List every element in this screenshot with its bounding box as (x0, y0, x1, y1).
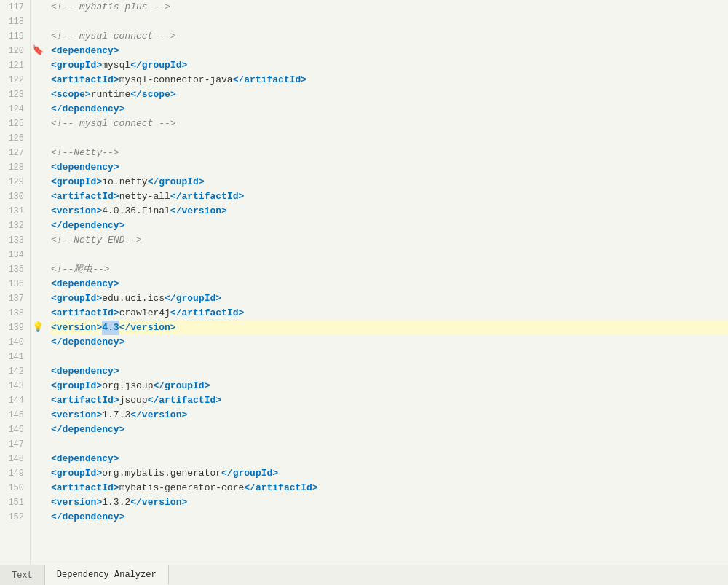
gutter-row-136 (31, 277, 45, 291)
gutter-row-117 (31, 0, 45, 15)
gutter-row-122 (31, 73, 45, 87)
gutter-row-126 (31, 131, 45, 146)
code-line-132[interactable]: </dependency> (51, 219, 728, 233)
gutter-row-131 (31, 204, 45, 219)
gutter-row-135 (31, 262, 45, 277)
code-line-140[interactable]: </dependency> (51, 335, 728, 350)
line-number-149: 149 (6, 466, 24, 481)
line-number-139: 139 (6, 321, 24, 335)
line-number-138: 138 (6, 306, 24, 321)
code-line-147[interactable] (51, 437, 728, 452)
line-number-141: 141 (6, 350, 24, 364)
line-number-135: 135 (6, 262, 24, 277)
code-line-152[interactable]: </dependency> (51, 510, 728, 525)
line-number-136: 136 (6, 277, 24, 291)
gutter-row-121 (31, 58, 45, 73)
tab-text[interactable]: Text (0, 565, 45, 585)
gutter-row-142 (31, 364, 45, 379)
code-line-139[interactable]: <version>4.3</version> (51, 321, 728, 335)
line-number-152: 152 (6, 510, 24, 525)
gutter-row-127 (31, 146, 45, 160)
gutter-row-139: 💡 (31, 321, 45, 335)
code-line-135[interactable]: <!--爬虫--> (51, 262, 728, 277)
tab-dependency-analyzer[interactable]: Dependency Analyzer (45, 565, 169, 585)
code-line-143[interactable]: <groupId>org.jsoup</groupId> (51, 379, 728, 393)
line-number-137: 137 (6, 291, 24, 306)
gutter-row-134 (31, 248, 45, 262)
code-line-150[interactable]: <artifactId>mybatis-generator-core</arti… (51, 481, 728, 495)
code-lines: <!-- mybatis plus --><!-- mysql connect … (45, 0, 728, 565)
code-line-127[interactable]: <!--Netty--> (51, 146, 728, 160)
line-numbers: 1171181191201211221231241251261271281291… (0, 0, 31, 565)
code-line-119[interactable]: <!-- mysql connect --> (51, 29, 728, 44)
code-line-130[interactable]: <artifactId>netty-all</artifactId> (51, 189, 728, 204)
line-number-133: 133 (6, 233, 24, 248)
code-line-118[interactable] (51, 15, 728, 29)
line-number-150: 150 (6, 481, 24, 495)
line-number-134: 134 (6, 248, 24, 262)
gutter-row-119 (31, 29, 45, 44)
gutter-row-152 (31, 510, 45, 525)
line-number-132: 132 (6, 219, 24, 233)
line-number-128: 128 (6, 160, 24, 175)
gutter-row-132 (31, 219, 45, 233)
line-number-118: 118 (6, 15, 24, 29)
line-number-124: 124 (6, 102, 24, 117)
gutter-row-149 (31, 466, 45, 481)
code-line-131[interactable]: <version>4.0.36.Final</version> (51, 204, 728, 219)
code-line-151[interactable]: <version>1.3.2</version> (51, 495, 728, 510)
code-line-123[interactable]: <scope>runtime</scope> (51, 87, 728, 102)
bookmark-icon[interactable]: 🔖 (32, 44, 44, 58)
line-number-123: 123 (6, 87, 24, 102)
gutter-row-130 (31, 189, 45, 204)
code-line-117[interactable]: <!-- mybatis plus --> (51, 0, 728, 15)
code-line-141[interactable] (51, 350, 728, 364)
line-number-120: 120 (6, 44, 24, 58)
code-line-134[interactable] (51, 248, 728, 262)
line-number-117: 117 (6, 0, 24, 15)
gutter-row-151 (31, 495, 45, 510)
code-line-145[interactable]: <version>1.7.3</version> (51, 408, 728, 423)
gutter-row-141 (31, 350, 45, 364)
code-line-124[interactable]: </dependency> (51, 102, 728, 117)
gutter-row-133 (31, 233, 45, 248)
line-number-146: 146 (6, 423, 24, 437)
code-line-149[interactable]: <groupId>org.mybatis.generator</groupId> (51, 466, 728, 481)
gutter-row-124 (31, 102, 45, 117)
bottom-tabs: TextDependency Analyzer (0, 565, 728, 585)
code-line-133[interactable]: <!--Netty END--> (51, 233, 728, 248)
code-line-126[interactable] (51, 131, 728, 146)
code-line-142[interactable]: <dependency> (51, 364, 728, 379)
code-line-129[interactable]: <groupId>io.netty</groupId> (51, 175, 728, 189)
gutter-row-128 (31, 160, 45, 175)
gutter-row-144 (31, 393, 45, 408)
gutter-row-123 (31, 87, 45, 102)
code-line-128[interactable]: <dependency> (51, 160, 728, 175)
line-number-145: 145 (6, 408, 24, 423)
gutter-row-145 (31, 408, 45, 423)
code-line-144[interactable]: <artifactId>jsoup</artifactId> (51, 393, 728, 408)
line-number-131: 131 (6, 204, 24, 219)
code-line-125[interactable]: <!-- mysql connect --> (51, 117, 728, 131)
gutter-row-129 (31, 175, 45, 189)
gutter-icons: 🔖💡 (31, 0, 45, 565)
line-number-140: 140 (6, 335, 24, 350)
bulb-icon[interactable]: 💡 (32, 321, 44, 335)
code-line-121[interactable]: <groupId>mysql</groupId> (51, 58, 728, 73)
line-number-144: 144 (6, 393, 24, 408)
line-number-148: 148 (6, 452, 24, 466)
code-line-122[interactable]: <artifactId>mysql-connector-java</artifa… (51, 73, 728, 87)
code-line-146[interactable]: </dependency> (51, 423, 728, 437)
code-line-138[interactable]: <artifactId>crawler4j</artifactId> (51, 306, 728, 321)
gutter-row-138 (31, 306, 45, 321)
line-number-129: 129 (6, 175, 24, 189)
line-number-125: 125 (6, 117, 24, 131)
code-line-136[interactable]: <dependency> (51, 277, 728, 291)
code-line-137[interactable]: <groupId>edu.uci.ics</groupId> (51, 291, 728, 306)
editor-area: 1171181191201211221231241251261271281291… (0, 0, 728, 585)
line-number-143: 143 (6, 379, 24, 393)
gutter-row-125 (31, 117, 45, 131)
code-line-148[interactable]: <dependency> (51, 452, 728, 466)
line-number-119: 119 (6, 29, 24, 44)
code-line-120[interactable]: <dependency> (51, 44, 728, 58)
